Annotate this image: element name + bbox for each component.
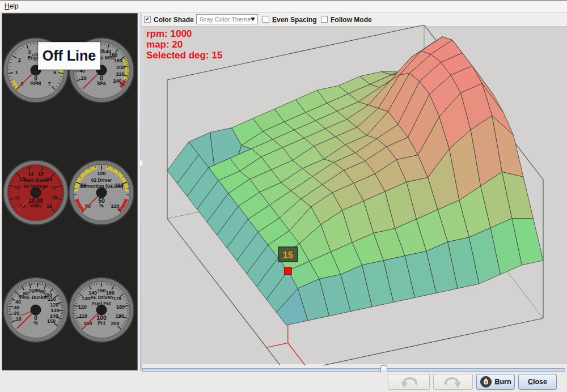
svg-text:7: 7 [48, 81, 51, 87]
footer-bar: Burn Close [0, 372, 567, 392]
svg-text:120: 120 [78, 304, 87, 310]
menu-bar: Help [0, 1, 567, 12]
gauge-rear-bank-o2-voltage: 10111213141516171819Rear Bank02 Voltage1… [3, 160, 68, 225]
svg-text:VE Bucket: VE Bucket [24, 295, 48, 300]
svg-text:kPa: kPa [97, 80, 105, 86]
svg-text:130: 130 [50, 308, 59, 313]
undo-button[interactable] [388, 374, 430, 390]
svg-text:80: 80 [35, 288, 40, 293]
svg-text:100: 100 [97, 171, 105, 176]
svg-text:180: 180 [116, 304, 125, 310]
svg-text:02 Driver: 02 Driver [91, 177, 112, 183]
svg-text:120: 120 [111, 203, 120, 209]
svg-text:190: 190 [116, 313, 124, 319]
gauge-o2-driver-correction: 809010011012002 DriverCorrection (GEGO)5… [69, 160, 134, 225]
svg-text:3: 3 [28, 49, 31, 55]
svg-text:150: 150 [97, 288, 105, 293]
svg-text:240: 240 [113, 78, 122, 84]
spark-table-3d-view[interactable]: 15 [139, 12, 567, 365]
gauge-ve-bucket: 102030405060708090100110120130140150VE B… [3, 278, 68, 342]
app-window: { "menu": { "help": { "head": "H", "tail… [0, 0, 567, 392]
redo-button[interactable] [433, 374, 473, 390]
svg-text:Pct: Pct [98, 320, 105, 326]
readout-rpm: rpm: 1000 [146, 28, 222, 39]
svg-text:volts: volts [30, 203, 41, 208]
selected-cell-marker [284, 267, 291, 274]
svg-text:14: 14 [28, 171, 33, 177]
svg-text:170: 170 [113, 296, 121, 301]
svg-text:Rear Bank: Rear Bank [24, 177, 48, 183]
svg-text:15: 15 [38, 171, 44, 177]
menu-item-help[interactable]: Help [5, 2, 19, 10]
redo-icon [436, 374, 470, 390]
svg-text:18: 18 [52, 195, 57, 201]
close-button[interactable]: Close [518, 374, 557, 390]
burn-flame-icon [480, 376, 492, 388]
close-label: Close [528, 378, 547, 386]
svg-text:17: 17 [52, 185, 57, 190]
selected-value-label: 15 [283, 250, 293, 260]
svg-text:200: 200 [116, 65, 125, 70]
svg-text:40: 40 [15, 299, 21, 305]
svg-text:150: 150 [47, 318, 56, 324]
svg-text:10: 10 [16, 316, 22, 322]
undo-icon [392, 374, 426, 390]
readout-selected-deg: Selected deg: 15 [146, 50, 222, 61]
selection-readout: rpm: 1000 map: 20 Selected deg: 15 [146, 28, 222, 61]
svg-text:11: 11 [14, 195, 20, 201]
svg-text:20: 20 [14, 310, 20, 316]
svg-text:6: 6 [53, 70, 56, 75]
gauge-ae-driven-fuel-pct: 100110120130140150160170180190200AE Driv… [69, 278, 134, 342]
svg-text:30: 30 [14, 305, 19, 310]
offline-banner: Off Line [38, 42, 100, 70]
svg-text:220: 220 [116, 71, 125, 77]
svg-text:20: 20 [81, 75, 87, 81]
readout-map: map: 20 [146, 39, 222, 50]
svg-text:%: % [33, 320, 38, 326]
svg-text:200: 200 [111, 321, 120, 326]
svg-text:120: 120 [50, 302, 58, 308]
slider-track[interactable] [142, 368, 565, 372]
svg-text:1: 1 [15, 70, 18, 75]
svg-text:110: 110 [79, 313, 87, 319]
svg-text:2: 2 [18, 57, 21, 63]
svg-text:%: % [99, 203, 104, 208]
svg-text:RPM: RPM [31, 80, 41, 86]
svg-text:19: 19 [46, 203, 52, 209]
burn-label: Burn [494, 378, 511, 386]
burn-button[interactable]: Burn [476, 374, 515, 390]
svg-text:12: 12 [14, 185, 20, 190]
svg-text:AE Driven: AE Driven [90, 295, 113, 300]
svg-text:70: 70 [28, 288, 34, 294]
svg-text:130: 130 [82, 296, 90, 301]
